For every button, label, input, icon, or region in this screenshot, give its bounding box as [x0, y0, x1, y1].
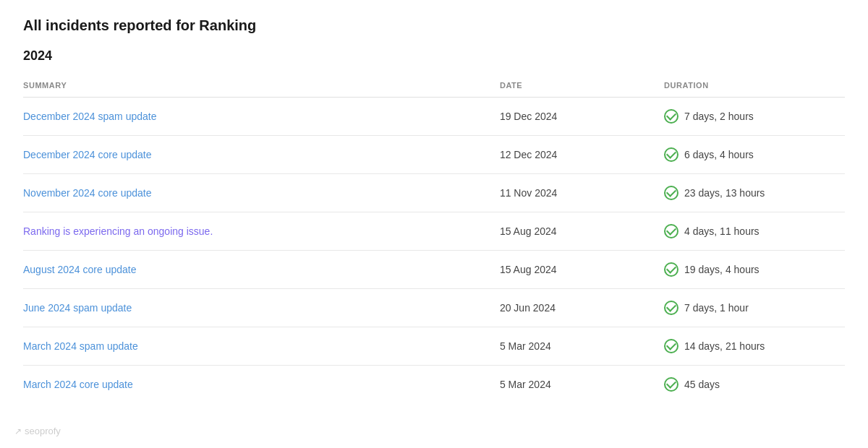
incident-date-cell: 15 Aug 2024	[500, 212, 664, 251]
table-row: March 2024 spam update5 Mar 202414 days,…	[23, 327, 845, 366]
incident-summary-cell: March 2024 spam update	[23, 327, 500, 366]
table-row: Ranking is experiencing an ongoing issue…	[23, 212, 845, 251]
duration-text: 23 days, 13 hours	[684, 187, 765, 199]
incident-link[interactable]: November 2024 core update	[23, 187, 151, 199]
incident-duration-cell: 4 days, 11 hours	[664, 212, 845, 251]
duration-text: 7 days, 2 hours	[684, 111, 754, 122]
incident-date-cell: 12 Dec 2024	[500, 136, 664, 174]
col-header-duration: DURATION	[664, 75, 845, 98]
incident-date-cell: 5 Mar 2024	[500, 366, 664, 404]
incident-date-cell: 11 Nov 2024	[500, 174, 664, 212]
incident-duration-cell: 7 days, 1 hour	[664, 289, 845, 327]
incident-summary-cell: December 2024 spam update	[23, 98, 500, 136]
incident-duration-cell: 14 days, 21 hours	[664, 327, 845, 366]
table-row: November 2024 core update11 Nov 202423 d…	[23, 174, 845, 212]
check-icon	[664, 377, 678, 392]
check-icon	[664, 262, 678, 277]
incident-date-cell: 5 Mar 2024	[500, 327, 664, 366]
incident-link[interactable]: August 2024 core update	[23, 264, 136, 275]
duration-text: 19 days, 4 hours	[684, 264, 760, 275]
duration-text: 45 days	[684, 379, 720, 390]
duration-text: 7 days, 1 hour	[684, 302, 749, 314]
table-row: June 2024 spam update20 Jun 20247 days, …	[23, 289, 845, 327]
incident-duration-cell: 6 days, 4 hours	[664, 136, 845, 174]
check-icon	[664, 301, 678, 315]
watermark-text: seoprofy	[25, 426, 61, 436]
incident-date-cell: 20 Jun 2024	[500, 289, 664, 327]
table-row: December 2024 core update12 Dec 20246 da…	[23, 136, 845, 174]
year-heading: 2024	[23, 48, 845, 64]
incident-duration-cell: 45 days	[664, 366, 845, 404]
incident-link[interactable]: June 2024 spam update	[23, 302, 132, 314]
check-icon	[664, 339, 678, 353]
check-icon	[664, 109, 678, 124]
incident-link[interactable]: March 2024 spam update	[23, 340, 138, 352]
incident-link[interactable]: December 2024 core update	[23, 149, 151, 160]
incident-summary-cell: November 2024 core update	[23, 174, 500, 212]
incident-link[interactable]: Ranking is experiencing an ongoing issue…	[23, 225, 213, 237]
watermark: ↗ seoprofy	[14, 426, 61, 436]
incident-summary-cell: December 2024 core update	[23, 136, 500, 174]
check-icon	[664, 224, 678, 238]
table-row: December 2024 spam update19 Dec 20247 da…	[23, 98, 845, 136]
incident-date-cell: 15 Aug 2024	[500, 251, 664, 289]
duration-text: 14 days, 21 hours	[684, 340, 765, 352]
incident-link[interactable]: March 2024 core update	[23, 379, 133, 390]
check-icon	[664, 147, 678, 162]
incident-summary-cell: June 2024 spam update	[23, 289, 500, 327]
incident-summary-cell: Ranking is experiencing an ongoing issue…	[23, 212, 500, 251]
incidents-table: SUMMARY DATE DURATION December 2024 spam…	[23, 75, 845, 403]
duration-text: 6 days, 4 hours	[684, 149, 754, 160]
page-title: All incidents reported for Ranking	[23, 17, 845, 34]
incident-duration-cell: 7 days, 2 hours	[664, 98, 845, 136]
incident-duration-cell: 23 days, 13 hours	[664, 174, 845, 212]
incident-summary-cell: August 2024 core update	[23, 251, 500, 289]
table-row: March 2024 core update5 Mar 202445 days	[23, 366, 845, 404]
incident-summary-cell: March 2024 core update	[23, 366, 500, 404]
duration-text: 4 days, 11 hours	[684, 225, 760, 237]
check-icon	[664, 186, 678, 200]
table-row: August 2024 core update15 Aug 202419 day…	[23, 251, 845, 289]
incident-link[interactable]: December 2024 spam update	[23, 111, 156, 122]
incident-duration-cell: 19 days, 4 hours	[664, 251, 845, 289]
col-header-summary: SUMMARY	[23, 75, 500, 98]
incident-date-cell: 19 Dec 2024	[500, 98, 664, 136]
col-header-date: DATE	[500, 75, 664, 98]
watermark-icon: ↗	[14, 426, 22, 436]
